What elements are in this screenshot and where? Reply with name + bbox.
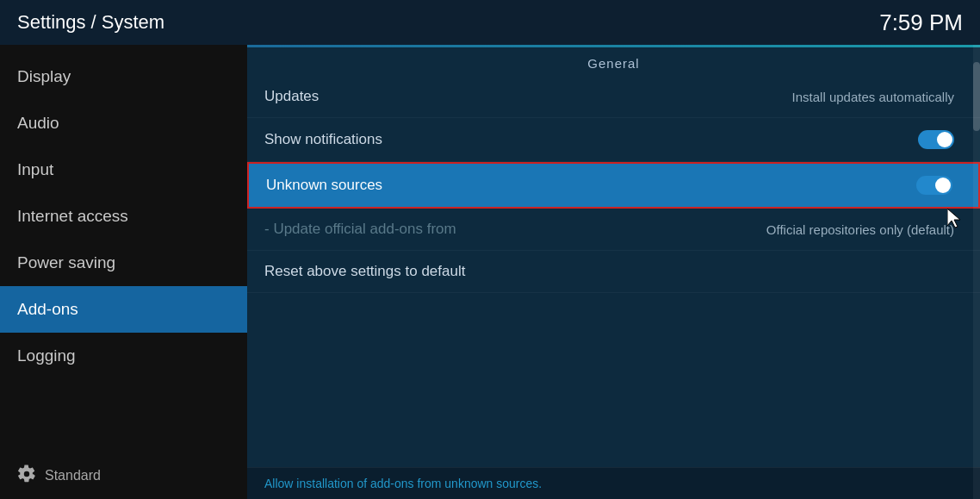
sidebar-item-display[interactable]: Display: [0, 53, 247, 100]
toggle-knob: [937, 132, 952, 147]
sidebar-footer: Standard: [0, 452, 247, 499]
main-layout: Display Audio Input Internet access Powe…: [0, 45, 980, 499]
toggle-unknown-sources[interactable]: [916, 176, 952, 195]
sidebar-item-label: Internet access: [17, 207, 128, 226]
scrollbar-thumb[interactable]: [973, 62, 980, 131]
sidebar-item-power-saving[interactable]: Power saving: [0, 240, 247, 286]
setting-row-show-notifications[interactable]: Show notifications: [247, 118, 980, 162]
sidebar-item-label: Add-ons: [17, 300, 78, 319]
gear-icon: [17, 465, 36, 487]
sidebar-item-audio[interactable]: Audio: [0, 100, 247, 147]
toggle-show-notifications[interactable]: [918, 130, 954, 149]
setting-label-reset-settings: Reset above settings to default: [264, 263, 465, 280]
setting-row-unknown-sources[interactable]: Unknown sources: [247, 162, 980, 209]
scrollbar[interactable]: [973, 45, 980, 499]
footer-hint-text: Allow installation of add-ons from unkno…: [264, 477, 542, 490]
setting-label-unknown-sources: Unknown sources: [266, 177, 382, 194]
sidebar-item-label: Audio: [17, 114, 59, 133]
clock: 7:59 PM: [879, 9, 963, 36]
sidebar-item-label: Logging: [17, 346, 76, 365]
sidebar-item-input[interactable]: Input: [0, 147, 247, 193]
sidebar-item-logging[interactable]: Logging: [0, 333, 247, 379]
sidebar-item-label: Display: [17, 67, 71, 86]
header: Settings / System 7:59 PM: [0, 0, 980, 45]
page-title: Settings / System: [17, 11, 164, 34]
sidebar-item-label: Power saving: [17, 253, 115, 272]
setting-label-updates: Updates: [264, 88, 319, 105]
sidebar-item-label: Input: [17, 160, 53, 179]
sidebar-item-add-ons[interactable]: Add-ons: [0, 286, 247, 333]
toggle-knob: [935, 178, 951, 193]
setting-row-update-official-addons[interactable]: - Update official add-ons from Official …: [247, 209, 980, 251]
sidebar-item-internet-access[interactable]: Internet access: [0, 193, 247, 240]
setting-label-update-official-addons: - Update official add-ons from: [264, 221, 456, 238]
content-area: General Updates Install updates automati…: [247, 45, 980, 499]
setting-row-updates[interactable]: Updates Install updates automatically: [247, 76, 980, 118]
section-header: General: [247, 47, 980, 76]
sidebar-footer-label: Standard: [45, 468, 101, 483]
setting-row-reset-settings[interactable]: Reset above settings to default: [247, 251, 980, 293]
content-footer: Allow installation of add-ons from unkno…: [247, 467, 980, 499]
settings-list: Updates Install updates automatically Sh…: [247, 76, 980, 467]
setting-label-show-notifications: Show notifications: [264, 131, 382, 148]
sidebar: Display Audio Input Internet access Powe…: [0, 45, 247, 499]
setting-value-update-official-addons: Official repositories only (default): [766, 222, 954, 237]
setting-value-updates: Install updates automatically: [792, 90, 954, 104]
